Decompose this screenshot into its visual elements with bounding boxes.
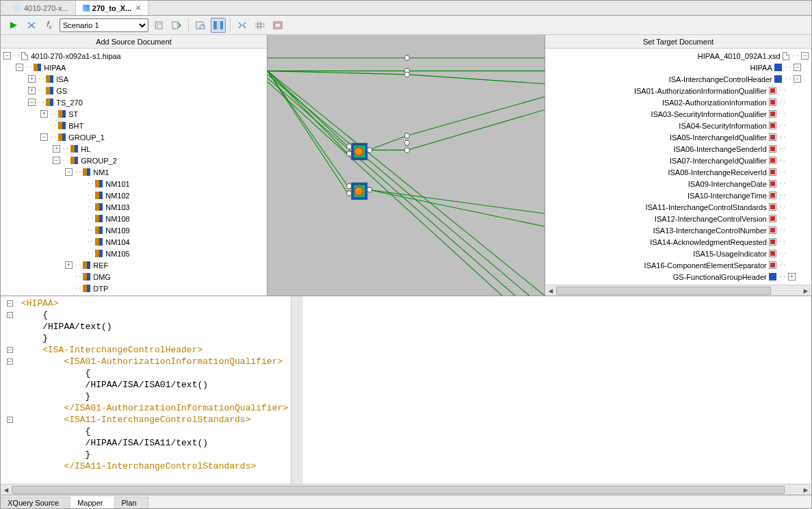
- tree-node[interactable]: ··NM101: [3, 178, 264, 190]
- run-button[interactable]: [6, 18, 21, 33]
- tree-node[interactable]: ISA09-InterchangeDate··: [548, 178, 809, 190]
- grid-button[interactable]: [252, 18, 267, 33]
- code-line[interactable]: <ISA01-AuthorizationInformationQualifier…: [21, 356, 288, 367]
- tree-node[interactable]: ISA08-InterchangeReceiverId··: [548, 166, 809, 178]
- tree-node[interactable]: GS-FunctionalGroupHeader··+: [548, 271, 809, 283]
- tree-node[interactable]: −··HIPAA: [3, 62, 264, 73]
- code-line[interactable]: /HIPAA/ISA/ISA11/text(): [21, 437, 288, 449]
- fold-handle[interactable]: [1, 460, 18, 472]
- fold-handle[interactable]: −: [1, 356, 18, 367]
- code-line[interactable]: </ISA11-InterchangeControlStandards>: [21, 460, 288, 472]
- tree-node[interactable]: ··DMG: [3, 271, 264, 283]
- code-line[interactable]: {: [21, 309, 288, 321]
- tree-node[interactable]: +··REF: [3, 259, 264, 271]
- tab-inactive[interactable]: 4010-270-x...: [8, 1, 76, 15]
- fold-handle[interactable]: [1, 379, 18, 391]
- target-tree[interactable]: HIPAA_4010_092A1.xsd··−HIPAA··−ISA-Inter…: [545, 49, 811, 285]
- collapse-icon[interactable]: −: [3, 52, 11, 60]
- tree-node[interactable]: ··NM104: [3, 236, 264, 248]
- target-panel-header[interactable]: Set Target Document: [545, 35, 811, 49]
- save-scenario-button[interactable]: [169, 18, 184, 33]
- tree-node[interactable]: ISA12-InterchangeControlVersion··: [548, 213, 809, 224]
- tree-node[interactable]: ISA03-SecurityInformationQualifier··: [548, 108, 809, 120]
- validate-button[interactable]: [193, 18, 208, 33]
- source-root[interactable]: −··4010-270-x092a1-s1.hipaa: [3, 50, 264, 62]
- tree-node[interactable]: ISA14-AcknowledgmentRequested··: [548, 236, 809, 248]
- source-tree[interactable]: −··4010-270-x092a1-s1.hipaa−··HIPAA+··IS…: [1, 49, 267, 296]
- expand-icon[interactable]: +: [28, 87, 36, 94]
- tree-node[interactable]: −··GROUP_1: [3, 131, 264, 143]
- expand-icon[interactable]: +: [65, 261, 73, 269]
- tree-node[interactable]: ISA15-UsageIndicator··: [548, 248, 809, 259]
- tree-node[interactable]: HIPAA··−: [548, 62, 809, 73]
- fold-handle[interactable]: [1, 367, 18, 379]
- fold-handle[interactable]: [1, 391, 18, 402]
- tree-node[interactable]: ··NM108: [3, 213, 264, 224]
- tree-node[interactable]: ISA07-InterchangeIdQualifier··: [548, 155, 809, 166]
- tree-node[interactable]: ··NM109: [3, 224, 264, 236]
- fold-handle[interactable]: [1, 426, 18, 437]
- code-line[interactable]: <HIPAA>: [21, 298, 288, 309]
- fold-handle[interactable]: −: [1, 414, 18, 426]
- tree-node[interactable]: −··NM1: [3, 166, 264, 178]
- code-line[interactable]: /HIPAA/ISA/ISA01/text(): [21, 379, 288, 391]
- tab-plan[interactable]: Plan: [115, 497, 148, 508]
- fold-gutter[interactable]: −−−−−: [1, 296, 18, 484]
- tree-node[interactable]: ISA01-AuthorizationInformationQualifier·…: [548, 85, 809, 96]
- tree-node[interactable]: +··ST: [3, 108, 264, 120]
- tree-node[interactable]: ISA05-InterchangeIdQualifier··: [548, 131, 809, 143]
- scenario-edit-button[interactable]: [151, 18, 166, 33]
- tree-node[interactable]: +··HL: [3, 143, 264, 155]
- code-line[interactable]: }: [21, 332, 288, 344]
- collapse-icon[interactable]: −: [794, 75, 801, 83]
- vertical-scrollbar[interactable]: [291, 296, 303, 484]
- fold-handle[interactable]: [1, 402, 18, 414]
- tree-node[interactable]: ISA02-AuthorizationInformation··: [548, 96, 809, 108]
- code-line[interactable]: <ISA-InterchangeControlHeader>: [21, 344, 288, 356]
- code-line[interactable]: }: [21, 449, 288, 460]
- collapse-icon[interactable]: −: [16, 64, 23, 71]
- expand-icon[interactable]: +: [788, 273, 796, 280]
- tree-node[interactable]: −··TS_270: [3, 96, 264, 108]
- tree-node[interactable]: +··ISA: [3, 73, 264, 85]
- tree-node[interactable]: ··NM102: [3, 190, 264, 201]
- target-root[interactable]: HIPAA_4010_092A1.xsd··−: [548, 50, 809, 62]
- collapse-icon[interactable]: −: [794, 64, 801, 71]
- tree-node[interactable]: ISA11-InterchangeControlStandards··: [548, 201, 809, 213]
- expand-icon[interactable]: +: [40, 110, 48, 118]
- collapse-icon[interactable]: −: [53, 157, 60, 164]
- collapse-icon[interactable]: −: [801, 52, 809, 60]
- tree-node[interactable]: ISA13-InterchangeControlNumber··: [548, 224, 809, 236]
- fx-button[interactable]: fx: [42, 18, 57, 33]
- code-line[interactable]: /HIPAA/text(): [21, 321, 288, 332]
- target-hscroll[interactable]: ◄ ►: [545, 285, 811, 296]
- clear-button[interactable]: [24, 18, 39, 33]
- tree-node[interactable]: ··DTP: [3, 283, 264, 294]
- tree-node[interactable]: −··GROUP_2: [3, 155, 264, 166]
- fold-handle[interactable]: −: [1, 344, 18, 356]
- fold-handle[interactable]: [1, 449, 18, 460]
- collapse-icon[interactable]: −: [65, 168, 73, 176]
- tree-node[interactable]: ··BHT: [3, 120, 264, 131]
- expand-icon[interactable]: +: [53, 145, 60, 153]
- fold-handle[interactable]: [1, 321, 18, 332]
- collapse-icon[interactable]: −: [40, 133, 48, 141]
- tab-mapper[interactable]: Mapper: [70, 497, 114, 508]
- tab-xquery-source[interactable]: XQuery Source: [1, 497, 70, 508]
- code-line[interactable]: {: [21, 426, 288, 437]
- fold-handle[interactable]: [1, 332, 18, 344]
- tree-node[interactable]: +··GS: [3, 85, 264, 96]
- xquery-source-editor[interactable]: −−−−− <HIPAA> { /HIPAA/text() } <ISA-Int…: [1, 296, 811, 484]
- mapping-canvas[interactable]: [267, 35, 545, 296]
- tree-node[interactable]: ISA10-InterchangeTime··: [548, 190, 809, 201]
- close-icon[interactable]: ✕: [135, 4, 141, 12]
- tree-node[interactable]: ISA04-SecurityInformation··: [548, 120, 809, 131]
- code-line[interactable]: {: [21, 367, 288, 379]
- code-lines[interactable]: <HIPAA> { /HIPAA/text() } <ISA-Interchan…: [18, 296, 291, 484]
- tree-node[interactable]: ··NM105: [3, 248, 264, 259]
- collapse-icon[interactable]: −: [28, 99, 36, 106]
- layout-button[interactable]: [211, 18, 226, 33]
- scenario-select[interactable]: Scenario 1: [60, 18, 148, 32]
- tree-node[interactable]: ISA06-InterchangeSenderId··: [548, 143, 809, 155]
- tab-active[interactable]: 270_to_X... ✕: [76, 1, 148, 15]
